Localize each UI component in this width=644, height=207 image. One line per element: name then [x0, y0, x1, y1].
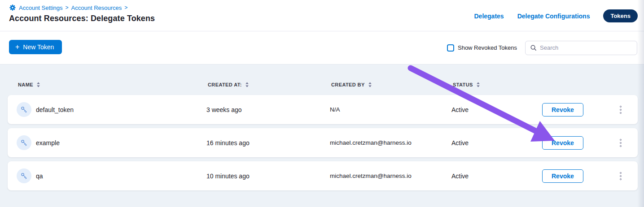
- token-created-by: michael.cretzman@harness.io: [330, 139, 451, 146]
- column-header-created-by-label: CREATED BY: [331, 82, 365, 87]
- token-name: qa: [36, 172, 43, 180]
- sort-icon[interactable]: [245, 82, 249, 87]
- table-header-row: NAME CREATED AT: CREATED BY STATUS: [8, 77, 638, 93]
- breadcrumb-separator: >: [66, 4, 69, 11]
- nav-link-delegate-configurations[interactable]: Delegate Configurations: [517, 13, 590, 20]
- column-header-created-by[interactable]: CREATED BY: [331, 82, 453, 87]
- show-revoked-checkbox[interactable]: [447, 44, 454, 52]
- show-revoked-toggle[interactable]: Show Revoked Tokens: [447, 44, 517, 52]
- token-created-by: N/A: [330, 106, 451, 113]
- sort-icon[interactable]: [476, 82, 480, 87]
- revoke-button[interactable]: Revoke: [542, 103, 583, 116]
- breadcrumb-separator: >: [124, 4, 127, 11]
- token-created-at: 3 weeks ago: [206, 106, 330, 113]
- table-row: default_token 3 weeks ago N/A Active Rev…: [8, 95, 638, 124]
- token-status: Active: [451, 139, 542, 147]
- show-revoked-label[interactable]: Show Revoked Tokens: [458, 44, 517, 51]
- column-header-name[interactable]: NAME: [9, 82, 208, 87]
- kebab-menu-icon[interactable]: [618, 104, 623, 116]
- column-header-status[interactable]: STATUS: [453, 82, 543, 87]
- token-status: Active: [451, 106, 542, 113]
- plus-icon: +: [15, 43, 19, 51]
- sort-icon[interactable]: [36, 82, 40, 87]
- sort-icon[interactable]: [368, 82, 372, 87]
- token-created-by: michael.cretzman@harness.io: [330, 172, 451, 179]
- token-key-icon: [17, 102, 31, 117]
- column-header-created-at[interactable]: CREATED AT:: [208, 82, 331, 87]
- new-token-button[interactable]: + New Token: [9, 40, 62, 54]
- toolbar: + New Token Show Revoked Tokens: [0, 31, 644, 64]
- search-input[interactable]: [540, 44, 632, 51]
- token-created-at: 10 minutes ago: [206, 172, 330, 180]
- column-header-status-label: STATUS: [453, 82, 473, 87]
- token-name: default_token: [36, 106, 74, 113]
- search-box[interactable]: [525, 41, 637, 55]
- table-row: qa 10 minutes ago michael.cretzman@harne…: [8, 161, 638, 190]
- revoke-button[interactable]: Revoke: [542, 136, 583, 150]
- table-row: example 16 minutes ago michael.cretzman@…: [8, 128, 638, 157]
- nav-link-delegates[interactable]: Delegates: [474, 13, 504, 20]
- nav-pill-tokens[interactable]: Tokens: [603, 9, 638, 22]
- toolbar-right: Show Revoked Tokens: [447, 31, 637, 64]
- table-body: default_token 3 weeks ago N/A Active Rev…: [8, 95, 638, 190]
- token-key-icon: [17, 135, 31, 150]
- breadcrumb-link-account-resources[interactable]: Account Resources: [71, 4, 122, 11]
- kebab-menu-icon[interactable]: [618, 170, 623, 182]
- header-nav: Delegates Delegate Configurations Tokens: [474, 9, 638, 22]
- token-name: example: [36, 139, 60, 147]
- kebab-menu-icon[interactable]: [618, 137, 623, 149]
- settings-gear-icon: [9, 4, 16, 11]
- column-header-name-label: NAME: [18, 82, 33, 87]
- breadcrumb-link-account-settings[interactable]: Account Settings: [19, 4, 63, 11]
- token-key-icon: [17, 168, 31, 183]
- column-header-created-at-label: CREATED AT:: [208, 82, 242, 87]
- revoke-button[interactable]: Revoke: [542, 169, 583, 183]
- search-icon: [530, 44, 537, 51]
- token-table: NAME CREATED AT: CREATED BY STATUS: [0, 64, 644, 207]
- token-created-at: 16 minutes ago: [206, 139, 330, 147]
- token-status: Active: [451, 172, 542, 180]
- page-header: Account Settings > Account Resources > A…: [0, 0, 644, 31]
- new-token-button-label: New Token: [23, 43, 54, 51]
